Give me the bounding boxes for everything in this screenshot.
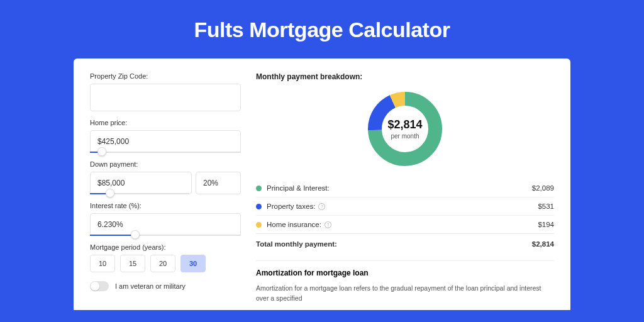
zip-input[interactable] <box>90 84 241 111</box>
down-percent-input[interactable] <box>196 172 241 194</box>
price-label: Home price: <box>90 119 241 126</box>
veteran-label: I am veteran or military <box>115 282 186 290</box>
total-label: Total monthly payment: <box>256 240 532 248</box>
zip-label: Property Zip Code: <box>90 72 241 80</box>
toggle-knob <box>91 282 99 291</box>
inputs-column: Property Zip Code: Home price: Down paym… <box>90 72 241 310</box>
breakdown-label: Property taxes:? <box>267 203 538 210</box>
info-icon[interactable]: ? <box>318 203 325 210</box>
down-label: Down payment: <box>90 160 241 168</box>
down-amount-input[interactable] <box>90 172 192 194</box>
legend-dot <box>256 222 262 228</box>
price-slider[interactable] <box>90 152 241 153</box>
period-option-15[interactable]: 15 <box>120 255 145 272</box>
breakdown-label: Home insurance:? <box>267 221 538 228</box>
amortization-title: Amortization for mortgage loan <box>256 269 554 277</box>
rate-input[interactable] <box>90 213 241 236</box>
breakdown-label: Principal & Interest: <box>267 184 532 192</box>
period-label: Mortgage period (years): <box>90 243 241 251</box>
veteran-toggle[interactable] <box>90 281 109 291</box>
legend-dot <box>256 204 262 209</box>
breakdown-amount: $2,089 <box>532 184 554 192</box>
donut-sub: per month <box>391 133 419 140</box>
page-title: Fults Mortgage Calculator <box>74 18 570 42</box>
breakdown-amount: $194 <box>538 221 554 228</box>
breakdown-amount: $531 <box>538 203 554 210</box>
price-input[interactable] <box>90 130 241 153</box>
results-column: Monthly payment breakdown: $2,814 per mo… <box>256 72 554 310</box>
period-group: 10152030 <box>90 255 241 272</box>
period-option-30[interactable]: 30 <box>180 255 206 272</box>
breakdown-title: Monthly payment breakdown: <box>256 72 554 81</box>
rate-slider-thumb[interactable] <box>131 230 140 239</box>
amortization-text: Amortization for a mortgage loan refers … <box>256 284 554 304</box>
payment-donut-chart: $2,814 per month <box>365 89 445 169</box>
calculator-card: Property Zip Code: Home price: Down paym… <box>74 58 570 310</box>
period-option-20[interactable]: 20 <box>150 255 175 272</box>
period-option-10[interactable]: 10 <box>90 255 115 272</box>
legend-dot <box>256 186 262 191</box>
breakdown-row: Home insurance:?$194 <box>256 215 554 233</box>
total-row: Total monthly payment: $2,814 <box>256 233 554 253</box>
donut-total: $2,814 <box>387 118 422 131</box>
price-slider-thumb[interactable] <box>97 147 106 156</box>
info-icon[interactable]: ? <box>325 221 331 228</box>
down-slider[interactable] <box>90 193 189 194</box>
breakdown-row: Principal & Interest:$2,089 <box>256 179 554 197</box>
down-slider-thumb[interactable] <box>106 189 114 197</box>
total-amount: $2,814 <box>532 240 554 248</box>
rate-label: Interest rate (%): <box>90 202 241 209</box>
breakdown-row: Property taxes:?$531 <box>256 197 554 215</box>
rate-slider[interactable] <box>90 235 241 236</box>
amortization-section: Amortization for mortgage loan Amortizat… <box>256 269 554 304</box>
